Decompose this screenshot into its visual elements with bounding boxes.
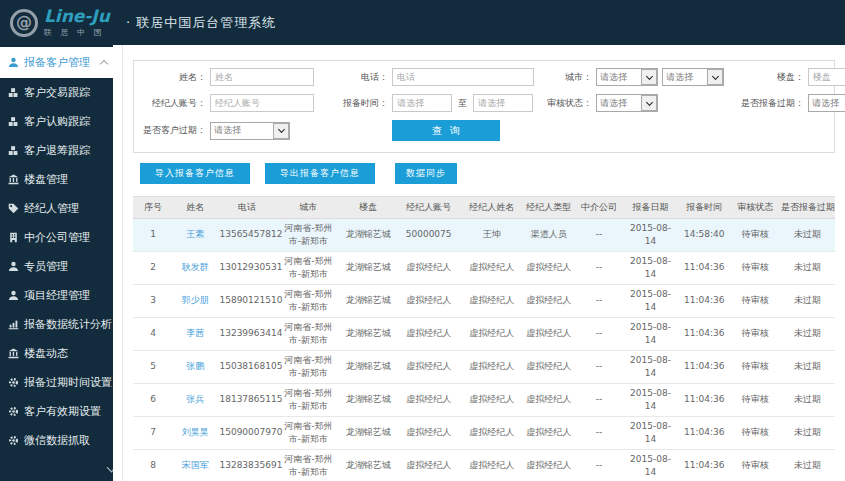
audit-status-value: 请选择 — [597, 97, 641, 110]
table-cell: -- — [575, 219, 623, 252]
table-cell: 渠道人员 — [523, 219, 575, 252]
table-cell: 龙湖锦艺城 — [340, 450, 396, 481]
sidebar-item[interactable]: 报备过期时间设置 — [0, 368, 113, 397]
customer-name-link[interactable]: 李茜 — [173, 318, 217, 351]
audit-status-select[interactable]: 请选择 — [596, 94, 658, 112]
customer-expired-select[interactable]: 请选择 — [210, 122, 290, 140]
table-cell: 虚拟经纪人 — [396, 351, 460, 384]
customer-name-link[interactable]: 宋国军 — [173, 450, 217, 481]
report-expired-value: 请选择 — [809, 97, 845, 110]
table-row[interactable]: 4李茜13239963414河南省-郑州市-新郑市龙湖锦艺城虚拟经纪人虚拟经纪人… — [133, 318, 835, 351]
sidebar-item[interactable]: 报备客户管理 — [0, 47, 113, 78]
brand-subtitle: 联 居 中 国 — [44, 27, 110, 38]
table-cell: 2015-08-14 — [623, 351, 678, 384]
table-cell: 虚拟经纪人 — [396, 285, 460, 318]
sidebar-item[interactable]: 中介公司管理 — [0, 223, 113, 252]
sidebar-item[interactable]: 楼盘动态 — [0, 339, 113, 368]
table-cell: 待审核 — [730, 285, 780, 318]
chevron-up-icon[interactable] — [100, 60, 108, 68]
table-cell: 2015-08-14 — [623, 219, 678, 252]
sidebar-item[interactable]: 报备数据统计分析 — [0, 310, 113, 339]
phone-input[interactable] — [392, 68, 534, 86]
city-province-select[interactable]: 请选择 — [596, 68, 658, 86]
table-cell: 虚拟经纪人 — [523, 252, 575, 285]
table-cell: 未过期 — [780, 285, 835, 318]
city-city-select[interactable]: 请选择 — [662, 68, 724, 86]
customer-name-link[interactable]: 郭少朋 — [173, 285, 217, 318]
customer-name-link[interactable]: 张兵 — [173, 384, 217, 417]
table-row[interactable]: 6张兵18137865115河南省-郑州市-新郑市龙湖锦艺城虚拟经纪人虚拟经纪人… — [133, 384, 835, 417]
customer-name-link[interactable]: 张鹏 — [173, 351, 217, 384]
sidebar-item[interactable]: 客户退筹跟踪 — [0, 136, 113, 165]
table-cell: 2015-08-14 — [623, 450, 678, 481]
table-row[interactable]: 7刘昊昊15090007970河南省-郑州市-新郑市龙湖锦艺城虚拟经纪人虚拟经纪… — [133, 417, 835, 450]
table-row[interactable]: 1王素13565457812河南省-郑州市-新郑市龙湖锦艺城50000075王坤… — [133, 219, 835, 252]
sidebar-item[interactable]: 客户认购跟踪 — [0, 107, 113, 136]
table-cell: 待审核 — [730, 318, 780, 351]
search-button[interactable]: 查询 — [392, 120, 500, 141]
name-input[interactable] — [210, 68, 314, 86]
import-customers-button[interactable]: 导入报备客户信息 — [140, 163, 250, 184]
table-cell: 2015-08-14 — [623, 318, 678, 351]
sidebar-item-label: 客户认购跟踪 — [24, 114, 90, 129]
report-time-to-input[interactable] — [473, 94, 533, 112]
table-row[interactable]: 2耿发群13012930531河南省-郑州市-新郑市龙湖锦艺城虚拟经纪人虚拟经纪… — [133, 252, 835, 285]
report-expired-label: 是否报备过期： — [728, 97, 804, 110]
table-cell: 18137865115 — [217, 384, 276, 417]
table-cell: 龙湖锦艺城 — [340, 252, 396, 285]
audit-status-label: 审核状态： — [538, 97, 592, 110]
customer-expired-label: 是否客户过期： — [142, 124, 206, 137]
agent-account-input[interactable] — [210, 94, 314, 112]
sidebar-item[interactable]: 客户有效期设置 — [0, 397, 113, 426]
chart-icon — [8, 319, 19, 330]
table-cell: 虚拟经纪人 — [461, 417, 523, 450]
sidebar-item[interactable]: 专员管理 — [0, 252, 113, 281]
chevron-down-icon[interactable] — [641, 69, 657, 85]
report-expired-select[interactable]: 请选择 — [808, 94, 845, 112]
table-row[interactable]: 5张鹏15038168105河南省-郑州市-新郑市龙湖锦艺城虚拟经纪人虚拟经纪人… — [133, 351, 835, 384]
column-header: 序号 — [133, 197, 173, 219]
table-cell: 河南省-郑州市-新郑市 — [276, 384, 340, 417]
table-cell: 虚拟经纪人 — [523, 450, 575, 481]
chevron-down-icon[interactable] — [707, 69, 723, 85]
customer-name-link[interactable]: 刘昊昊 — [173, 417, 217, 450]
sidebar-item-label: 客户交易跟踪 — [24, 85, 90, 100]
column-header: 经纪人账号 — [396, 197, 460, 219]
table-row[interactable]: 8宋国军13283835691河南省-郑州市-新郑市龙湖锦艺城虚拟经纪人虚拟经纪… — [133, 450, 835, 481]
column-header: 姓名 — [173, 197, 217, 219]
table-cell: 虚拟经纪人 — [523, 318, 575, 351]
table-cell: 11:04:36 — [678, 318, 730, 351]
sidebar-item[interactable]: 楼盘管理 — [0, 165, 113, 194]
table-cell: 虚拟经纪人 — [461, 285, 523, 318]
table-cell: 14:58:40 — [678, 219, 730, 252]
table-cell: 未过期 — [780, 417, 835, 450]
customer-name-link[interactable]: 耿发群 — [173, 252, 217, 285]
table-row[interactable]: 3郭少朋15890121510河南省-郑州市-新郑市龙湖锦艺城虚拟经纪人虚拟经纪… — [133, 285, 835, 318]
report-time-from-input[interactable] — [392, 94, 452, 112]
content-divider — [122, 45, 123, 481]
export-customers-button[interactable]: 导出报备客户信息 — [265, 163, 375, 184]
table-cell: -- — [575, 450, 623, 481]
sidebar-item[interactable]: 客户交易跟踪 — [0, 78, 113, 107]
main-content: 姓名： 电话： 城市： 请选择 请选择 楼盘： 经纪人账号： 报备时间： — [113, 45, 845, 481]
customer-expired-value: 请选择 — [211, 124, 273, 137]
table-cell: 王坤 — [461, 219, 523, 252]
estate-input[interactable] — [808, 68, 845, 86]
sidebar-item-label: 楼盘管理 — [24, 172, 68, 187]
cubes-icon — [8, 116, 19, 127]
table-cell: -- — [575, 384, 623, 417]
chevron-down-icon[interactable] — [641, 95, 657, 111]
data-sync-button[interactable]: 数据同步 — [395, 163, 457, 184]
sidebar-item[interactable]: 项目经理管理 — [0, 281, 113, 310]
customer-name-link[interactable]: 王素 — [173, 219, 217, 252]
chevron-down-icon[interactable] — [273, 123, 289, 139]
city-city-value: 请选择 — [663, 71, 707, 84]
column-header: 报备日期 — [623, 197, 678, 219]
cubes-icon — [8, 87, 19, 98]
sidebar-item[interactable]: 微信数据抓取 — [0, 426, 113, 455]
sidebar-item-label: 楼盘动态 — [24, 346, 68, 361]
sidebar-item[interactable]: 经纪人管理 — [0, 194, 113, 223]
table-cell: 虚拟经纪人 — [523, 384, 575, 417]
table-cell: 龙湖锦艺城 — [340, 351, 396, 384]
table-cell: 4 — [133, 318, 173, 351]
